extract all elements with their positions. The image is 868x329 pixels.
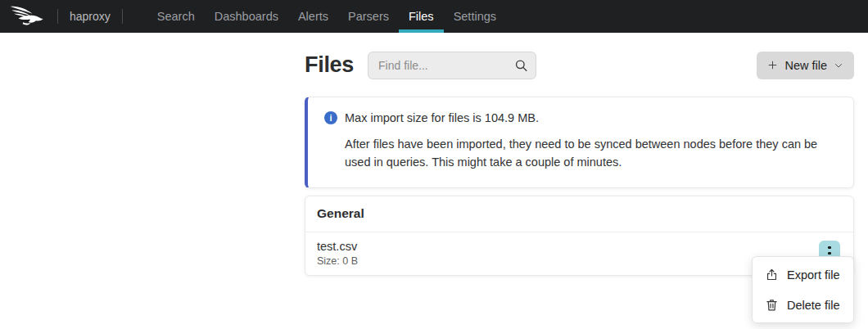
- top-navbar: haproxy Search Dashboards Alerts Parsers…: [0, 0, 868, 33]
- menu-item-export-file[interactable]: Export file: [753, 259, 853, 290]
- file-meta: test.csv Size: 0 B: [317, 240, 358, 267]
- crowdstrike-falcon-logo[interactable]: [8, 3, 46, 29]
- nav-divider: [57, 9, 58, 24]
- search-input[interactable]: [368, 52, 536, 79]
- info-paragraph: After files have been imported, they nee…: [345, 135, 834, 172]
- plus-icon: [767, 60, 778, 70]
- import-info-box: i Max import size for files is 104.9 MB.…: [305, 97, 854, 188]
- export-icon: [765, 268, 779, 282]
- file-name: test.csv: [317, 240, 358, 253]
- new-file-button-label: New file: [784, 59, 827, 72]
- kebab-dot: [828, 246, 831, 250]
- trash-icon: [765, 298, 779, 312]
- nav-item-files[interactable]: Files: [399, 0, 444, 33]
- nav-item-settings[interactable]: Settings: [444, 0, 506, 33]
- kebab-dot: [828, 252, 831, 255]
- repo-name[interactable]: haproxy: [70, 10, 111, 23]
- info-icon: i: [324, 111, 337, 124]
- menu-item-label: Delete file: [787, 299, 839, 312]
- menu-item-label: Export file: [787, 268, 839, 282]
- nav-item-parsers[interactable]: Parsers: [338, 0, 399, 33]
- search-icon[interactable]: [513, 57, 529, 73]
- page-header-row: Files New file: [305, 51, 854, 79]
- page-title: Files: [305, 52, 354, 78]
- new-file-button[interactable]: New file: [757, 52, 854, 79]
- chevron-down-icon: [834, 61, 843, 70]
- nav-item-alerts[interactable]: Alerts: [288, 0, 338, 33]
- info-line-text: Max import size for files is 104.9 MB.: [345, 111, 539, 124]
- nav-items: Search Dashboards Alerts Parsers Files S…: [147, 0, 506, 33]
- section-title: General: [305, 196, 853, 232]
- file-size: Size: 0 B: [317, 255, 358, 267]
- menu-item-delete-file[interactable]: Delete file: [753, 290, 853, 320]
- file-search: [368, 52, 536, 79]
- nav-divider: [122, 9, 123, 24]
- nav-item-search[interactable]: Search: [147, 0, 205, 33]
- files-page: Files New file: [305, 51, 854, 276]
- info-line: i Max import size for files is 104.9 MB.: [324, 111, 834, 124]
- nav-item-dashboards[interactable]: Dashboards: [205, 0, 288, 33]
- file-context-menu: Export file Delete file: [752, 256, 854, 323]
